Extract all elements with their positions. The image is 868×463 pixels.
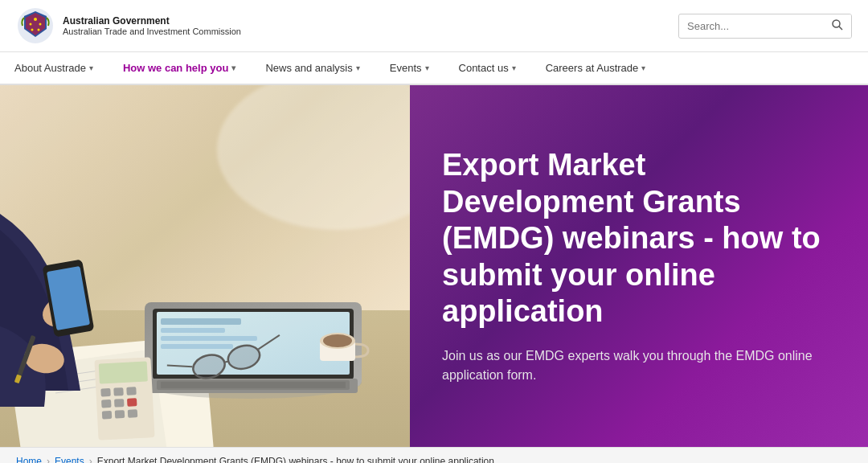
search-input[interactable] xyxy=(679,15,824,37)
search-area xyxy=(678,14,852,39)
chevron-down-icon: ▾ xyxy=(231,64,235,72)
breadcrumb-current: Export Market Development Grants (EMDG) … xyxy=(97,456,494,463)
chevron-down-icon: ▾ xyxy=(89,64,93,72)
svg-line-9 xyxy=(839,26,842,29)
hero-content-panel: Export Market Development Grants (EMDG) … xyxy=(410,85,868,447)
chevron-down-icon: ▾ xyxy=(641,64,645,72)
logo-text-area: Australian Government Australian Trade a… xyxy=(63,15,241,36)
svg-point-6 xyxy=(31,29,34,31)
breadcrumb-events[interactable]: Events xyxy=(55,456,84,463)
svg-point-8 xyxy=(833,20,840,27)
logo-area: Australian Government Australian Trade a… xyxy=(16,6,241,45)
chevron-down-icon: ▾ xyxy=(512,64,516,72)
nav-item-events[interactable]: Events ▾ xyxy=(375,52,444,84)
svg-point-3 xyxy=(34,18,37,21)
site-header: Australian Government Australian Trade a… xyxy=(0,0,868,52)
hero-image xyxy=(0,85,410,447)
svg-point-5 xyxy=(39,23,42,26)
nav-item-careers[interactable]: Careers at Austrade ▾ xyxy=(531,52,661,84)
hero-section: Export Market Development Grants (EMDG) … xyxy=(0,85,868,447)
agency-name: Australian Trade and Investment Commissi… xyxy=(63,27,241,36)
government-title: Australian Government xyxy=(63,15,241,27)
chevron-down-icon: ▾ xyxy=(356,64,360,72)
search-button[interactable] xyxy=(824,14,851,38)
breadcrumb-separator: › xyxy=(89,456,92,463)
hero-title: Export Market Development Grants (EMDG) … xyxy=(442,147,836,330)
nav-item-help[interactable]: How we can help you ▾ xyxy=(108,52,251,84)
svg-point-7 xyxy=(38,29,40,31)
breadcrumb: Home › Events › Export Market Developmen… xyxy=(0,447,868,463)
breadcrumb-home[interactable]: Home xyxy=(16,456,42,463)
nav-item-news[interactable]: News and analysis ▾ xyxy=(251,52,375,84)
search-icon xyxy=(832,19,843,31)
nav-item-contact[interactable]: Contact us ▾ xyxy=(444,52,531,84)
svg-rect-57 xyxy=(0,85,410,447)
nav-item-about[interactable]: About Austrade ▾ xyxy=(0,52,108,84)
breadcrumb-separator: › xyxy=(47,456,50,463)
hero-subtitle: Join us as our EMDG experts walk you thr… xyxy=(442,346,836,385)
svg-point-4 xyxy=(30,23,32,26)
chevron-down-icon: ▾ xyxy=(425,64,429,72)
main-nav: About Austrade ▾ How we can help you ▾ N… xyxy=(0,52,868,85)
coat-of-arms-icon xyxy=(16,6,55,45)
